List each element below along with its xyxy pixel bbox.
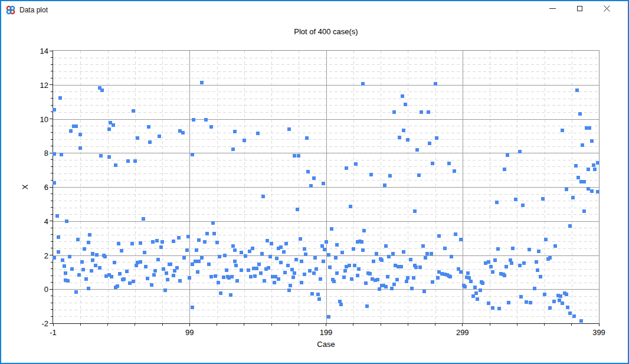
data-point: [126, 159, 130, 163]
data-point: [332, 280, 336, 283]
data-point: [518, 264, 522, 267]
data-point: [473, 286, 477, 289]
minor-gridline-v: [108, 51, 109, 323]
data-point: [117, 242, 120, 245]
data-point: [120, 249, 123, 252]
minor-gridline-v: [572, 51, 572, 323]
data-point: [279, 245, 283, 249]
data-point: [153, 269, 157, 273]
data-point: [110, 275, 113, 278]
data-point: [294, 258, 298, 261]
data-point: [253, 274, 257, 278]
data-point: [353, 264, 356, 267]
data-point: [99, 154, 103, 158]
data-point: [70, 267, 74, 271]
data-point: [84, 277, 88, 281]
data-point: [217, 281, 220, 284]
data-point: [448, 275, 452, 278]
y-major-tick: [50, 187, 53, 188]
data-point: [487, 301, 490, 305]
data-point: [207, 263, 211, 266]
data-point: [256, 132, 260, 135]
data-point: [156, 258, 160, 261]
minor-gridline-v: [435, 51, 436, 323]
data-point: [571, 196, 575, 199]
data-point: [291, 276, 295, 279]
y-tick-label: 8: [44, 149, 48, 158]
y-tick-label: 2: [44, 251, 48, 260]
data-point: [536, 268, 539, 272]
data-point: [443, 247, 447, 250]
data-point: [514, 198, 517, 201]
data-point: [343, 269, 347, 273]
major-gridline-h: [53, 221, 599, 222]
major-gridline-v: [463, 51, 463, 323]
minor-gridline-h: [53, 296, 599, 297]
y-minor-tick: [51, 105, 53, 106]
data-point: [125, 270, 129, 273]
data-point: [565, 293, 568, 296]
data-point: [218, 255, 221, 258]
data-point: [172, 240, 175, 243]
data-point: [399, 265, 403, 268]
minor-gridline-h: [53, 64, 599, 65]
y-minor-tick: [51, 57, 53, 58]
y-tick-label: 4: [44, 217, 48, 225]
minor-gridline-v: [490, 51, 490, 323]
data-point: [152, 273, 156, 277]
data-point: [197, 238, 201, 242]
data-point: [380, 258, 384, 262]
data-point: [243, 139, 246, 142]
major-gridline-h: [53, 119, 599, 120]
chart-title: Plot of 400 case(s): [53, 27, 599, 36]
minor-gridline-h: [53, 235, 599, 235]
minimize-button[interactable]: [539, 0, 566, 17]
data-point: [469, 280, 473, 283]
y-minor-tick: [51, 214, 53, 215]
data-point: [173, 269, 176, 273]
data-point: [222, 276, 225, 279]
data-point: [421, 244, 425, 248]
data-point: [357, 267, 361, 271]
data-point: [139, 241, 142, 245]
data-point: [214, 274, 217, 278]
data-point: [204, 118, 208, 122]
maximize-button[interactable]: [566, 0, 593, 17]
data-point: [160, 240, 164, 244]
data-point: [267, 266, 270, 270]
data-point: [323, 248, 326, 251]
data-point: [66, 279, 70, 283]
y-minor-tick: [51, 276, 53, 276]
data-point: [158, 135, 161, 138]
minor-gridline-h: [53, 316, 599, 317]
data-point: [415, 148, 419, 152]
y-minor-tick: [51, 234, 53, 235]
data-point: [387, 255, 391, 258]
minor-gridline-h: [53, 71, 599, 72]
titlebar[interactable]: Data plot: [1, 1, 628, 18]
data-point: [404, 103, 407, 106]
data-point: [574, 164, 578, 168]
y-minor-tick: [51, 78, 53, 78]
data-point: [412, 276, 415, 280]
data-point: [587, 168, 590, 171]
minor-gridline-v: [244, 51, 245, 323]
data-point: [312, 176, 316, 180]
y-major-tick: [50, 255, 53, 255]
data-point: [361, 248, 365, 252]
data-point: [317, 297, 321, 301]
x-major-tick: [53, 323, 54, 326]
data-point: [284, 242, 288, 245]
data-point: [60, 153, 63, 156]
data-point: [235, 279, 239, 283]
data-point: [261, 195, 265, 198]
close-button[interactable]: [593, 0, 620, 17]
data-point: [100, 88, 104, 92]
data-point: [507, 301, 510, 304]
data-point: [209, 125, 213, 129]
data-point: [268, 255, 272, 258]
x-minor-tick: [571, 323, 572, 326]
y-minor-tick: [51, 268, 53, 269]
data-point: [83, 247, 86, 251]
data-point: [107, 155, 111, 159]
